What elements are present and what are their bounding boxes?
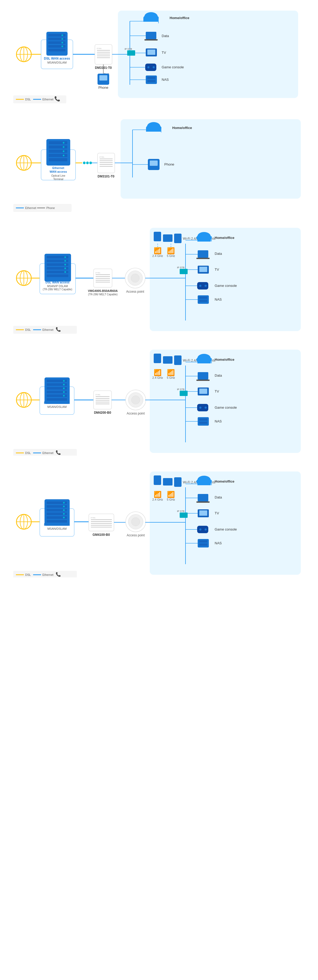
svg-text:Home/office: Home/office <box>215 479 234 484</box>
svg-point-219 <box>63 395 65 396</box>
svg-text:📶: 📶 <box>154 247 161 255</box>
svg-point-14 <box>61 46 63 47</box>
svg-rect-302 <box>89 514 114 531</box>
svg-text:TV: TV <box>161 51 166 54</box>
svg-point-295 <box>63 513 65 515</box>
svg-point-211 <box>63 380 65 382</box>
svg-point-135 <box>64 267 66 269</box>
section-4: DSL WAN access MSAN/DSLAM ZYXEL DM4200-B… <box>0 339 318 461</box>
svg-point-235 <box>131 396 140 404</box>
svg-text:NAS: NAS <box>161 78 169 81</box>
svg-rect-298 <box>46 520 67 523</box>
svg-point-10 <box>61 38 63 40</box>
svg-text:Access point: Access point <box>127 412 145 415</box>
svg-rect-193 <box>199 297 207 299</box>
svg-rect-53 <box>147 77 155 79</box>
svg-point-313 <box>131 517 140 526</box>
svg-text:Ethernet: Ethernet <box>42 98 54 101</box>
svg-text:IP STB: IP STB <box>177 266 184 269</box>
svg-text:Data: Data <box>215 251 222 256</box>
svg-text:2.4 GHz: 2.4 GHz <box>152 376 163 379</box>
svg-rect-262 <box>199 388 207 394</box>
svg-text:Access point: Access point <box>127 533 145 537</box>
svg-rect-256 <box>197 380 209 381</box>
svg-text:(TR-286/ MELT Capable): (TR-286/ MELT Capable) <box>88 293 117 296</box>
section-3: DSL WAN access MSAN/IP DSLAM (TR-286/ ME… <box>0 217 318 339</box>
svg-text:DSL: DSL <box>25 98 31 101</box>
svg-rect-337 <box>180 512 188 518</box>
svg-rect-159 <box>163 234 173 242</box>
svg-text:Terminal: Terminal <box>53 178 63 181</box>
svg-point-297 <box>63 517 65 518</box>
svg-point-49 <box>153 66 155 68</box>
svg-point-81 <box>63 150 64 152</box>
svg-rect-272 <box>199 422 207 424</box>
svg-text:5 GHz: 5 GHz <box>167 376 175 379</box>
svg-point-289 <box>63 502 65 504</box>
svg-text:NAS: NAS <box>215 419 222 423</box>
svg-text:Data: Data <box>215 495 222 499</box>
svg-point-48 <box>147 66 149 68</box>
svg-text:DM3101-T0: DM3101-T0 <box>97 175 115 178</box>
svg-text:Ethernet: Ethernet <box>42 451 54 455</box>
svg-text:IP STB: IP STB <box>125 48 132 50</box>
svg-text:Ethernet: Ethernet <box>25 206 36 210</box>
svg-text:NAS: NAS <box>215 541 222 545</box>
svg-rect-238 <box>154 353 161 363</box>
diagram-svg-1: DSL WAN access MSAN/DSLAM ZYXEL DM3101-T… <box>13 5 305 103</box>
svg-point-291 <box>63 506 65 507</box>
svg-rect-194 <box>199 300 207 302</box>
diagram-svg-3: DSL WAN access MSAN/IP DSLAM (TR-286/ ME… <box>13 223 305 334</box>
section-5: DSL WAN access MSAN/DSLAM ZYXEL GM4100-B… <box>0 461 318 583</box>
svg-text:Home/office: Home/office <box>215 358 234 361</box>
section-1: DSL WAN access MSAN/DSLAM ZYXEL DM3101-T… <box>0 0 318 108</box>
svg-rect-315 <box>150 471 301 575</box>
svg-text:Optical Line: Optical Line <box>51 174 66 177</box>
svg-rect-160 <box>174 234 182 243</box>
svg-text:Game console: Game console <box>161 65 184 69</box>
svg-text:ZYXEL: ZYXEL <box>97 48 102 49</box>
svg-point-215 <box>63 388 65 389</box>
svg-rect-329 <box>197 482 211 485</box>
svg-text:DSL WAN access: DSL WAN access <box>44 57 70 60</box>
svg-rect-157 <box>150 228 301 331</box>
svg-text:MSAN/DSLAM: MSAN/DSLAM <box>48 61 67 64</box>
svg-rect-239 <box>163 356 173 364</box>
svg-rect-181 <box>180 269 188 274</box>
svg-point-217 <box>63 391 65 393</box>
svg-text:📶: 📶 <box>154 369 161 376</box>
svg-text:5 GHz: 5 GHz <box>167 498 175 501</box>
svg-text:DSL: DSL <box>25 328 31 331</box>
svg-rect-271 <box>199 418 207 421</box>
svg-rect-251 <box>197 360 211 363</box>
svg-rect-27 <box>118 11 298 98</box>
svg-text:Phone: Phone <box>98 86 109 89</box>
svg-point-77 <box>63 142 64 143</box>
svg-text:📶: 📶 <box>167 490 175 498</box>
svg-text:IP STB: IP STB <box>177 388 184 391</box>
svg-text:MSAN/IP DSLAM: MSAN/IP DSLAM <box>47 285 68 288</box>
svg-point-92 <box>89 162 92 164</box>
svg-rect-255 <box>198 372 208 380</box>
svg-rect-333 <box>198 494 208 501</box>
svg-point-133 <box>64 264 66 266</box>
svg-text:📶: 📶 <box>154 490 161 498</box>
svg-point-266 <box>199 407 201 409</box>
svg-rect-45 <box>147 49 155 55</box>
svg-rect-317 <box>163 478 173 485</box>
svg-rect-184 <box>199 267 207 272</box>
svg-text:TV: TV <box>215 389 219 393</box>
svg-text:Game console: Game console <box>215 406 237 409</box>
svg-text:Phone: Phone <box>164 162 174 166</box>
svg-point-267 <box>205 407 207 409</box>
svg-text:Data: Data <box>215 374 222 377</box>
svg-text:(TR-286/ MELT Capable): (TR-286/ MELT Capable) <box>43 288 72 291</box>
svg-point-137 <box>64 271 66 273</box>
svg-text:IP STB: IP STB <box>177 510 184 512</box>
svg-text:📞: 📞 <box>56 572 61 577</box>
svg-rect-15 <box>48 49 66 51</box>
svg-point-155 <box>131 274 139 282</box>
svg-point-83 <box>63 155 64 156</box>
svg-rect-82 <box>49 154 67 157</box>
svg-text:VMG4005-B50A/B60A: VMG4005-B50A/B60A <box>88 289 118 293</box>
